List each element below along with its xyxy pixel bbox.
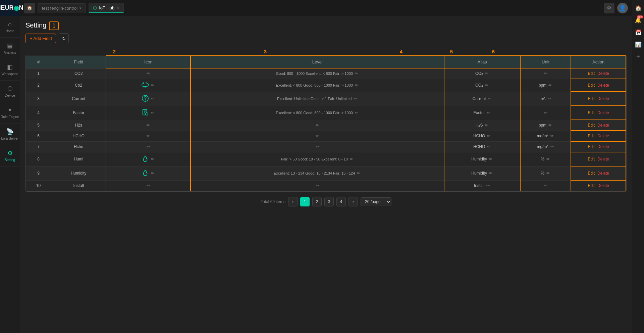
icon-edit-button[interactable]: ✏	[147, 183, 150, 188]
unit-text: mg/m³	[537, 144, 548, 149]
level-text: Fair: > 50 Good: 10 - 50 Excellent: 0 - …	[281, 157, 348, 161]
workspace-icon: ◧	[7, 63, 13, 71]
level-edit-button[interactable]: ✏	[354, 96, 357, 101]
icon-edit-button[interactable]: ✏	[151, 83, 154, 88]
level-edit-button[interactable]: ✏	[355, 110, 358, 115]
unit-edit-button[interactable]: ✏	[548, 83, 552, 88]
delete-button[interactable]: Delete	[597, 110, 609, 115]
sidebar-item-lora[interactable]: 📡 Lora Server	[0, 124, 20, 145]
alias-edit-button[interactable]: ✏	[485, 71, 488, 76]
alias-edit-button[interactable]: ✏	[489, 171, 492, 176]
level-edit-button[interactable]: ✏	[355, 71, 358, 76]
icon-edit-button[interactable]: ✏	[151, 171, 154, 176]
page-next-button[interactable]: ›	[348, 197, 358, 206]
cell-field: CO2	[51, 68, 106, 79]
right-calendar-button[interactable]: 📅	[633, 27, 644, 38]
unit-edit-button[interactable]: ✏	[550, 134, 554, 138]
level-edit-button[interactable]: ✏	[350, 157, 353, 161]
icon-edit-button[interactable]: ✏	[151, 110, 154, 115]
tab-iot-close[interactable]: ✕	[116, 6, 119, 10]
right-add-button[interactable]: +	[633, 51, 644, 62]
home-button[interactable]: 🏠	[24, 3, 35, 13]
alias-edit-button[interactable]: ✏	[486, 183, 490, 188]
level-edit-button[interactable]: ✏	[316, 123, 319, 128]
alias-edit-button[interactable]: ✏	[485, 83, 488, 88]
table-row: 9Humidity✏Excellent: 13 - 234 Good: 13 -…	[26, 166, 626, 180]
page-3-button[interactable]: 3	[324, 197, 334, 206]
icon-edit-button[interactable]: ✏	[147, 144, 150, 149]
settings-button[interactable]: ⚙	[604, 3, 614, 13]
level-edit-button[interactable]: ✏	[357, 171, 360, 176]
icon-edit-button[interactable]: ✏	[147, 71, 150, 76]
unit-edit-button[interactable]: ✏	[544, 110, 547, 115]
alias-edit-button[interactable]: ✏	[487, 134, 490, 138]
sidebar-label-device: Device	[5, 94, 15, 97]
unit-edit-button[interactable]: ✏	[550, 144, 554, 149]
user-avatar[interactable]: 👤	[617, 3, 628, 13]
cell-unit: ppm✏	[520, 120, 571, 131]
edit-button[interactable]: Edit	[588, 171, 595, 176]
edit-button[interactable]: Edit	[588, 134, 595, 138]
alias-edit-button[interactable]: ✏	[487, 110, 490, 115]
edit-button[interactable]: Edit	[588, 96, 595, 101]
sidebar-item-home[interactable]: ⌂ Home	[0, 16, 20, 38]
edit-button[interactable]: Edit	[588, 123, 595, 128]
edit-button[interactable]: Edit	[588, 83, 595, 88]
alias-edit-button[interactable]: ✏	[487, 144, 490, 149]
page-prev-button[interactable]: ‹	[288, 197, 298, 206]
alias-edit-button[interactable]: ✏	[485, 123, 488, 128]
delete-button[interactable]: Delete	[597, 96, 609, 101]
sidebar-item-analysis[interactable]: ▤ Analysis	[0, 38, 20, 59]
unit-edit-button[interactable]: ✏	[548, 123, 552, 128]
icon-edit-button[interactable]: ✏	[147, 134, 150, 138]
delete-button[interactable]: Delete	[597, 83, 609, 88]
edit-button[interactable]: Edit	[588, 183, 595, 188]
delete-button[interactable]: Delete	[597, 157, 609, 161]
right-notification-button[interactable]: 🔔 99+	[633, 15, 644, 26]
level-edit-button[interactable]: ✏	[355, 83, 358, 88]
delete-button[interactable]: Delete	[597, 134, 609, 138]
right-chart-button[interactable]: 📊	[633, 39, 644, 50]
right-home-button[interactable]: 🏠	[633, 3, 644, 13]
tab-workspace-close[interactable]: ▾	[79, 6, 82, 10]
icon-edit-button[interactable]: ✏	[147, 123, 150, 128]
icon-edit-button[interactable]: ✏	[151, 157, 154, 161]
tab-workspace[interactable]: test fenglin-control ▾	[38, 3, 86, 13]
refresh-button[interactable]: ↻	[59, 33, 69, 43]
unit-edit-button[interactable]: ✏	[548, 96, 551, 101]
sidebar-item-workspace[interactable]: ◧ Workspace	[0, 59, 20, 81]
page-4-button[interactable]: 4	[336, 197, 346, 206]
tab-iot-label: IoT Hub	[99, 5, 114, 10]
edit-button[interactable]: Edit	[588, 157, 595, 161]
alias-edit-button[interactable]: ✏	[489, 157, 492, 161]
add-field-button[interactable]: + Add Field	[25, 34, 56, 43]
icon-edit-button[interactable]: ✏	[151, 96, 154, 101]
sidebar-item-setting[interactable]: ⚙ Setting	[0, 145, 20, 166]
level-edit-button[interactable]: ✏	[316, 144, 319, 149]
cell-icon: ✏	[106, 120, 191, 131]
unit-edit-button[interactable]: ✏	[544, 71, 547, 76]
delete-button[interactable]: Delete	[597, 144, 609, 149]
cell-alias: CO₂✏	[444, 68, 520, 79]
unit-edit-button[interactable]: ✏	[544, 183, 547, 188]
level-edit-button[interactable]: ✏	[316, 134, 319, 138]
page-1-button[interactable]: 1	[300, 197, 310, 206]
edit-button[interactable]: Edit	[588, 144, 595, 149]
page-2-button[interactable]: 2	[312, 197, 322, 206]
delete-button[interactable]: Delete	[597, 183, 609, 188]
table-body: 1CO2✏Good: 800 - 1000 Excellent: < 800 F…	[26, 68, 626, 191]
alias-edit-button[interactable]: ✏	[488, 96, 491, 101]
sidebar-item-device[interactable]: ⬡ Device	[0, 81, 20, 102]
tab-iot[interactable]: ⬡ IoT Hub ✕	[89, 3, 124, 13]
sidebar-item-rule-engine[interactable]: ✦ Rule Engine	[0, 102, 20, 124]
edit-button[interactable]: Edit	[588, 110, 595, 115]
delete-button[interactable]: Delete	[597, 123, 609, 128]
edit-button[interactable]: Edit	[588, 71, 595, 76]
per-page-select[interactable]: 20 /page 50 /page 100 /page	[361, 197, 391, 206]
unit-edit-button[interactable]: ✏	[546, 157, 550, 161]
unit-edit-button[interactable]: ✏	[546, 171, 550, 176]
titlebar: 🏠 test fenglin-control ▾ ⬡ IoT Hub ✕ ⚙ 👤	[20, 0, 632, 16]
delete-button[interactable]: Delete	[597, 171, 609, 176]
delete-button[interactable]: Delete	[597, 71, 609, 76]
level-edit-button[interactable]: ✏	[316, 183, 319, 188]
